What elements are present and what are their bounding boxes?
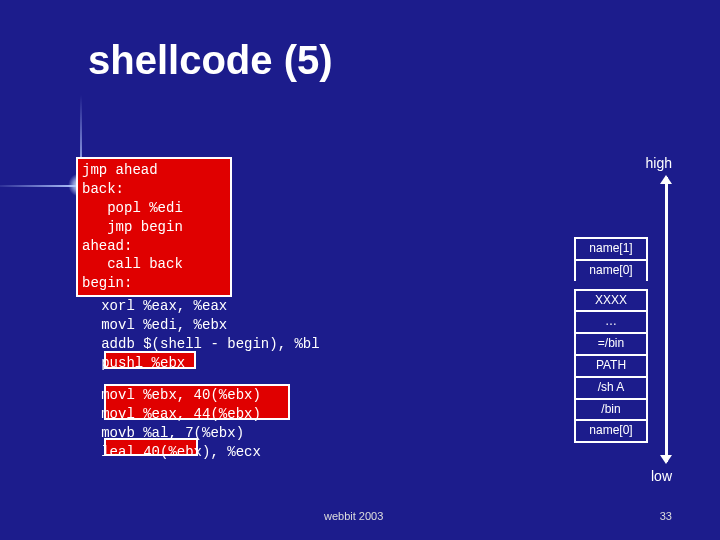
stack-cell: /sh A [574, 376, 648, 398]
footer-event: webbit 2003 [324, 510, 383, 522]
code-block-2: xorl %eax, %eax movl %edi, %ebx addb $(s… [76, 297, 366, 373]
memory-high-label: high [646, 155, 672, 171]
memory-direction-arrow [665, 177, 668, 462]
memory-low-label: low [651, 468, 672, 484]
stack-cell: /bin [574, 398, 648, 420]
code-block-1: jmp ahead back: popl %edi jmp begin ahea… [76, 157, 232, 297]
stack-cell: XXXX [574, 289, 648, 311]
stack-cell: PATH [574, 354, 648, 376]
stack-cell: name[0] [574, 259, 648, 281]
stack-cell: name[1] [574, 237, 648, 259]
stack-cell: =/bin [574, 332, 648, 354]
stack-cell: … [574, 310, 648, 332]
stack-cell: name[0] [574, 419, 648, 443]
slide-number: 33 [660, 510, 672, 522]
stack-diagram: name[1] name[0] XXXX … =/bin PATH /sh A … [574, 237, 648, 443]
slide-title: shellcode (5) [88, 38, 333, 83]
code-block-3: movl %ebx, 40(%ebx) movl %eax, 44(%ebx) … [76, 386, 316, 462]
